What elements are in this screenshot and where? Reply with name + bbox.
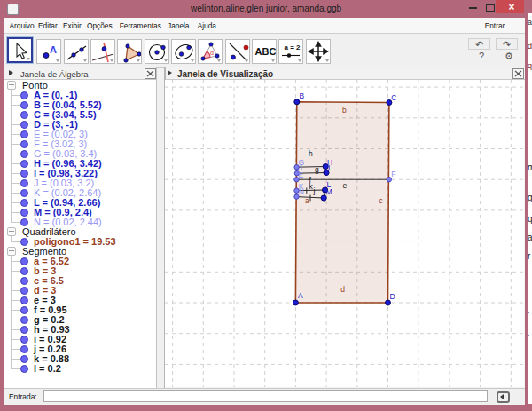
svg-text:j: j — [313, 186, 316, 195]
svg-text:F: F — [391, 170, 395, 178]
svg-text:E: E — [299, 170, 304, 179]
svg-text:A: A — [298, 291, 303, 300]
svg-text:h: h — [309, 149, 313, 158]
svg-text:A: A — [50, 44, 57, 55]
svg-text:b: b — [342, 106, 347, 115]
svg-text:α: α — [210, 50, 214, 56]
svg-text:I: I — [328, 163, 330, 172]
svg-text:N: N — [299, 187, 304, 196]
svg-text:d: d — [340, 285, 345, 294]
svg-text:g: g — [315, 165, 319, 174]
svg-text:B: B — [300, 91, 305, 100]
svg-text:D: D — [390, 292, 395, 301]
svg-text:M: M — [326, 187, 332, 196]
svg-text:a = 2: a = 2 — [285, 43, 301, 51]
svg-text:a: a — [305, 196, 309, 205]
svg-text:e: e — [343, 181, 348, 190]
svg-text:ABC: ABC — [255, 46, 277, 57]
svg-text:C: C — [391, 93, 396, 102]
